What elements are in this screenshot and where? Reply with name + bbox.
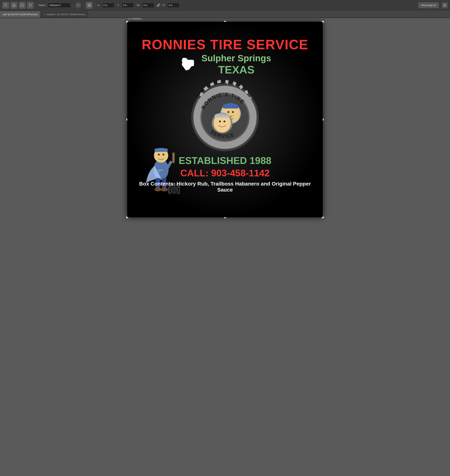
- separator-4: [95, 2, 95, 8]
- w-input[interactable]: [142, 3, 154, 8]
- logo-area: RONNIE'S TIRE SERVICE: [180, 78, 270, 157]
- svg-rect-1: [13, 4, 15, 6]
- save-icon[interactable]: [11, 2, 17, 9]
- svg-rect-14: [445, 4, 446, 5]
- svg-rect-17: [445, 5, 446, 6]
- svg-rect-10: [88, 6, 89, 7]
- y-input[interactable]: [122, 3, 134, 8]
- svg-rect-15: [443, 5, 444, 6]
- tab-pdf[interactable]: .pdf* @ 264.04 % (CMYK/Preview): [0, 11, 40, 18]
- new-file-icon[interactable]: [2, 2, 9, 9]
- svg-rect-13: [444, 4, 445, 5]
- toolbar: Name: ✛ X: Y: W: 🔗 H: Rearrange All: [0, 0, 450, 11]
- artboard-content: RONNIES TIRE SERVICE Sulpher Springs TEX…: [127, 22, 323, 217]
- name-input[interactable]: [48, 3, 71, 8]
- subtitle-row: Sulpher Springs TEXAS: [179, 53, 271, 76]
- rearrange-all-button[interactable]: Rearrange All: [418, 2, 439, 8]
- svg-rect-19: [444, 6, 445, 7]
- svg-rect-11: [89, 6, 91, 7]
- h-input[interactable]: [167, 3, 179, 8]
- phone-text: CALL: 903-458-1142: [139, 168, 311, 178]
- canvas-area: 01 - Artboard 2 RONNIES TIRE SERVICE Sul…: [0, 18, 450, 476]
- gear-logo-svg: RONNIE'S TIRE SERVICE: [180, 78, 270, 157]
- svg-rect-9: [89, 4, 91, 5]
- svg-point-38: [219, 120, 221, 122]
- svg-rect-8: [88, 4, 89, 5]
- svg-point-32: [227, 111, 229, 113]
- subtitle-sulpher: Sulpher Springs: [201, 53, 271, 63]
- subtitle-texas: TEXAS: [201, 63, 271, 76]
- main-title: RONNIES TIRE SERVICE: [142, 37, 308, 52]
- svg-rect-37: [215, 115, 230, 118]
- established-container: ESTABLISHED 1988 CALL: 903-458-1142 Box …: [139, 151, 311, 193]
- svg-rect-16: [444, 5, 445, 6]
- separator-2: [73, 2, 73, 8]
- svg-rect-12: [443, 4, 444, 5]
- link-icon: 🔗: [157, 3, 160, 7]
- svg-rect-18: [443, 6, 444, 7]
- svg-point-33: [232, 111, 234, 113]
- box-contents-text: Box Contents: Hickory Rub, Trailboss Hab…: [139, 181, 311, 193]
- established-text: ESTABLISHED 1988: [139, 155, 311, 166]
- separator-1: [36, 2, 36, 8]
- svg-rect-31: [223, 106, 238, 108]
- w-label: W:: [137, 4, 140, 6]
- svg-rect-7: [30, 5, 31, 6]
- svg-rect-0: [4, 4, 6, 6]
- x-label: X:: [97, 4, 100, 6]
- move-icon[interactable]: ✛: [75, 2, 81, 8]
- tabbar: .pdf* @ 264.04 % (CMYK/Preview) ✕ Untitl…: [0, 11, 450, 18]
- tab-untitled-label: Untitled-1* @ 259.38 % (RGB/Preview): [46, 13, 85, 16]
- h-label: H:: [163, 4, 165, 6]
- artboard[interactable]: 01 - Artboard 2 RONNIES TIRE SERVICE Sul…: [127, 22, 323, 217]
- delete-icon[interactable]: [27, 2, 34, 9]
- tab-close-icon[interactable]: ✕: [43, 13, 45, 16]
- svg-rect-20: [445, 6, 446, 7]
- tab-untitled[interactable]: ✕ Untitled-1* @ 259.38 % (RGB/Preview): [40, 11, 88, 18]
- texas-shape-icon: [179, 55, 198, 74]
- name-label: Name:: [39, 4, 46, 6]
- x-input[interactable]: [102, 3, 114, 8]
- tab-pdf-label: .pdf* @ 264.04 % (CMYK/Preview): [3, 13, 38, 16]
- svg-point-39: [224, 120, 225, 122]
- separator-3: [83, 2, 84, 8]
- add-artboard-icon[interactable]: [19, 2, 26, 9]
- y-label: Y:: [117, 4, 119, 6]
- svg-rect-3: [13, 6, 15, 6]
- arrange-icon[interactable]: [86, 2, 93, 9]
- grid-icon[interactable]: [442, 2, 448, 8]
